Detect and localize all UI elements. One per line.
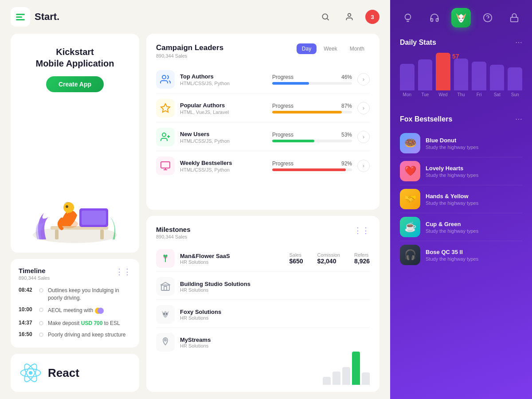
chart-bar-wrap: Wed: [436, 53, 450, 97]
chart-bar-sun: [508, 67, 522, 90]
daily-stats-header: Daily Stats ⋯: [400, 38, 522, 47]
lovely-hearts-thumb: ❤️: [400, 161, 420, 181]
campaign-tabs: Day Week Month: [297, 43, 370, 54]
tab-day[interactable]: Day: [297, 43, 317, 54]
chart-bar-sat: [490, 65, 505, 90]
fox-bestsellers-menu[interactable]: ⋯: [515, 115, 522, 123]
left-column: Kickstart Mobile Application Create App: [11, 34, 139, 392]
daily-stats-menu[interactable]: ⋯: [515, 38, 522, 47]
chart-bar-thu: [454, 59, 469, 90]
chart-bar-tue: [418, 59, 433, 90]
chart-bar-wrap: Fri: [472, 53, 486, 97]
react-card: React: [11, 354, 139, 392]
milestones-menu-icon[interactable]: ⋮⋮: [354, 226, 370, 235]
svg-point-33: [462, 18, 463, 19]
campaign-row: Weekly Bestsellers HTML/CSS/JS, Python P…: [156, 152, 370, 180]
logo-lines: [16, 14, 25, 20]
fox-active-icon[interactable]: [451, 8, 471, 27]
foxy-icon: [156, 305, 175, 324]
milestones-card: Milestones 890,344 Sales ⋮⋮: [146, 216, 379, 392]
daily-stats-chart: 57 Mon Tue Wed Thu: [400, 53, 522, 106]
lock-icon[interactable]: [505, 8, 524, 27]
milestones-subtitle: 890,344 Sales: [156, 234, 191, 239]
svg-rect-8: [82, 211, 106, 225]
timeline-item: 10:00 AEOL meeting with: [19, 306, 131, 315]
bestseller-item[interactable]: ❤️ Lovely Hearts Study the highway types: [400, 157, 522, 185]
logo-text: Start.: [35, 11, 59, 23]
svg-point-31: [164, 339, 166, 341]
svg-rect-9: [90, 227, 98, 229]
milestone-row: Building Studio Solutions HR Solutions: [156, 274, 370, 300]
svg-point-14: [98, 308, 104, 314]
chart-bar-wrap: Mon: [400, 53, 415, 97]
row-arrow[interactable]: ›: [357, 131, 370, 143]
bose-thumb: 🎧: [400, 245, 420, 265]
bestseller-item[interactable]: 🤝 Hands & Yellow Study the highway types: [400, 185, 522, 213]
header: Start. 3: [0, 0, 390, 34]
logo-line-2: [16, 16, 22, 18]
milestone-row: Foxy Solutions HR Solutions: [156, 301, 370, 328]
row-arrow[interactable]: ›: [357, 73, 370, 86]
kickstart-title: Kickstart Mobile Application: [35, 46, 114, 69]
campaign-rows: Top Authors HTML/CSS/JS, Python Progress…: [156, 66, 370, 180]
fox-bestsellers-header: Fox Bestsellers ⋯: [400, 115, 522, 123]
svg-line-1: [327, 19, 329, 20]
logo-icon: [11, 7, 30, 27]
chart-bar-wrap: Sun: [508, 53, 522, 97]
svg-point-29: [164, 313, 165, 315]
search-icon[interactable]: [317, 9, 333, 25]
svg-rect-24: [161, 162, 170, 168]
daily-stats-section: Daily Stats ⋯ 57 Mon Tue Wed Thu: [390, 32, 532, 110]
bestseller-item[interactable]: ☕ Cup & Green Study the highway types: [400, 213, 522, 241]
progress-bar: [272, 168, 346, 171]
timeline-subtitle: 890,344 Sales: [19, 275, 50, 281]
svg-rect-28: [161, 285, 169, 290]
milestones-header: Milestones 890,344 Sales ⋮⋮: [156, 226, 370, 239]
svg-rect-5: [55, 230, 59, 239]
create-app-button[interactable]: Create App: [46, 76, 104, 92]
top-authors-icon: [156, 70, 175, 89]
timeline-item: 16:50 Poorly driving and keep structure: [19, 331, 131, 339]
content: Kickstart Mobile Application Create App: [0, 34, 390, 399]
user-icon[interactable]: [341, 9, 357, 25]
bestseller-item[interactable]: 🍩 Blue Donut Study the highway types: [400, 129, 522, 157]
svg-point-12: [66, 205, 68, 208]
right-sidebar: Daily Stats ⋯ 57 Mon Tue Wed Thu: [390, 0, 532, 399]
blue-donut-thumb: 🍩: [400, 133, 420, 153]
notification-badge[interactable]: 3: [365, 10, 379, 24]
timeline-menu-icon[interactable]: ⋮⋮: [115, 267, 131, 277]
fox-bestsellers-title: Fox Bestsellers: [400, 115, 452, 123]
progress-bar: [272, 140, 314, 142]
svg-point-32: [458, 18, 460, 19]
chart-bar-mon: [400, 64, 415, 90]
campaign-card: Campaign Leaders 890,344 Sales Day Week …: [146, 34, 379, 210]
react-label: React: [48, 366, 79, 380]
question-icon[interactable]: [478, 8, 497, 27]
chart-bar-wed: [436, 53, 450, 90]
milestones-title: Milestones: [156, 226, 191, 233]
tab-month[interactable]: Month: [344, 43, 370, 54]
timeline-header: Timeline 890,344 Sales ⋮⋮: [19, 267, 131, 281]
popular-authors-icon: [156, 99, 175, 117]
row-arrow[interactable]: ›: [357, 102, 370, 114]
headphone-icon[interactable]: [425, 8, 444, 27]
campaign-title: Campaign Leaders: [156, 43, 223, 52]
weekly-bestsellers-icon: [156, 156, 175, 175]
svg-point-0: [322, 14, 328, 19]
campaign-subtitle: 890,344 Sales: [156, 53, 223, 59]
svg-point-15: [29, 371, 32, 375]
lightbulb-icon[interactable]: [398, 8, 418, 27]
timeline-card: Timeline 890,344 Sales ⋮⋮ 08:42 Outlines…: [11, 259, 139, 348]
svg-point-30: [166, 313, 168, 315]
cup-green-thumb: ☕: [400, 217, 420, 237]
svg-point-21: [162, 133, 166, 137]
timeline-item: 08:42 Outlines keep you Indulging in poo…: [19, 287, 131, 302]
manflower-icon: [156, 249, 175, 268]
row-arrow[interactable]: ›: [357, 160, 370, 172]
tab-week[interactable]: Week: [318, 43, 342, 54]
bestseller-item[interactable]: 🎧 Bose QC 35 II Study the highway types: [400, 241, 522, 269]
chart-bar-wrap: Sat: [490, 53, 505, 97]
kickstart-illustration: [26, 182, 124, 244]
logo-line-3: [16, 19, 25, 20]
mystreams-icon: [156, 333, 175, 352]
